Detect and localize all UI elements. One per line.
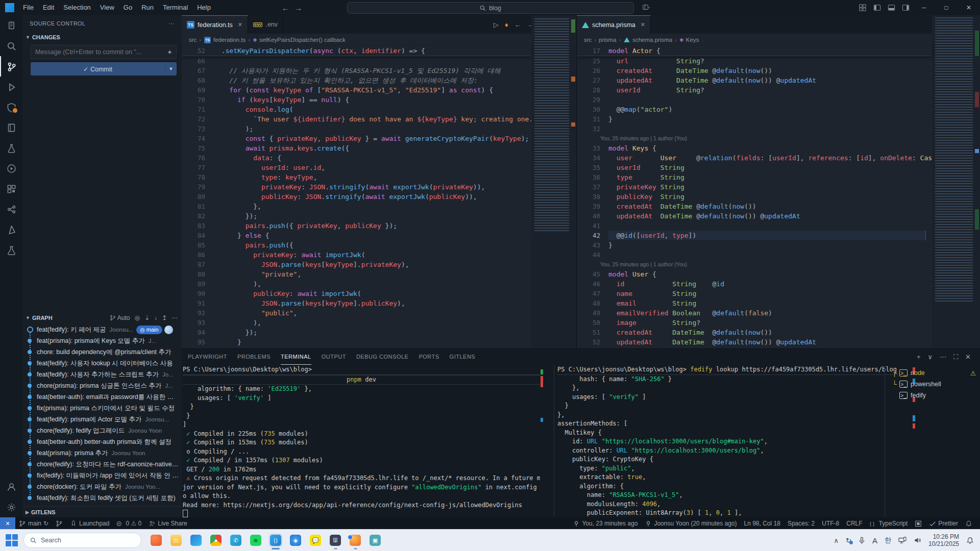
breadcrumb-item[interactable]: ❖Keys (679, 37, 699, 43)
status-joonsu-yoon-20-minutes-ago-[interactable]: Joonsu Yoon (20 minutes ago) (641, 517, 740, 530)
commit-row[interactable]: chore(docker): 도커 파일 추가Joonsu Yoo... (22, 481, 182, 492)
commit-row[interactable]: fix(prisma): prisma 스키마에서 오타 및 필드 수정 (22, 403, 182, 414)
minimize-button[interactable]: ─ (913, 0, 935, 15)
minimap[interactable] (531, 15, 576, 348)
graph-section-header[interactable]: ▼ GRAPH Auto ◎ ⇣ ↓ ↥ ⋯ (22, 312, 182, 324)
breadcrumb-item[interactable]: src (189, 37, 197, 43)
taskbar-firefox-icon[interactable] (349, 534, 362, 547)
back-icon[interactable]: ← (282, 4, 289, 12)
terminal-pane-left[interactable]: PS C:\Users\joonsu\Desktop\ws\blog>pnpm … (183, 365, 540, 517)
panel-tab-debug-console[interactable]: DEBUG CONSOLE (356, 349, 408, 364)
sync-icon[interactable]: ↻ (846, 537, 851, 544)
status-live-share[interactable]: Live Share (145, 517, 190, 530)
status-you-23-minutes-ago[interactable]: You, 23 minutes ago (569, 517, 641, 530)
toggle-secondary-sidebar-icon[interactable] (898, 0, 913, 15)
commit-row[interactable]: feat(prisma): prisma에 Keys 모델 추가J... (22, 335, 182, 346)
graph-target-icon[interactable]: ◎ (134, 314, 139, 321)
taskbar-spotify-icon[interactable]: ≋ (249, 534, 262, 547)
activity-notebook-icon[interactable] (0, 117, 22, 138)
commit-row[interactable]: chore(prisma): prisma 싱글톤 인스턴스 추가J... (22, 380, 182, 391)
panel-tab-output[interactable]: OUTPUT (322, 349, 346, 364)
menu-file[interactable]: File (18, 0, 38, 15)
tab-schema-prisma[interactable]: schema.prisma✕ (577, 15, 651, 34)
taskbar-file-explorer-icon[interactable]: 🗀 (169, 534, 183, 547)
tray-clock[interactable]: 10:26 PM 10/21/2025 (928, 533, 959, 547)
activity-search-icon[interactable] (0, 36, 22, 56)
git-codelens[interactable]: You, 25 minutes ago | 1 author (You) (577, 260, 932, 269)
status-spaces-2[interactable]: Spaces: 2 (784, 517, 818, 530)
commit-row[interactable]: fix(fedify): 미들웨어가 /app 안에 있어서 작동 안 되던 문… (22, 470, 182, 481)
menu-view[interactable]: View (95, 0, 119, 15)
breadcrumb[interactable]: src›prisma›schema.prisma›❖Keys (577, 34, 980, 46)
run-file-icon[interactable]: ▷ (494, 21, 499, 29)
status-typescript[interactable]: { }TypeScript (866, 517, 912, 530)
status-bell[interactable] (962, 517, 976, 530)
status-branch[interactable] (52, 517, 66, 530)
push-icon[interactable]: ↥ (162, 314, 167, 321)
panel-tab-playwright[interactable]: PLAYWRIGHT (188, 349, 227, 364)
sparkle-icon[interactable]: ✦ (163, 48, 176, 56)
mic-icon[interactable] (859, 537, 865, 544)
commit-row[interactable]: feat(better-auth): emaill과 password를 사용한… (22, 391, 182, 403)
panel-tab-gitlens[interactable]: GITLENS (450, 349, 476, 364)
commit-row[interactable]: chore: build dependency에 @prisma/client … (22, 346, 182, 358)
close-button[interactable]: ✕ (958, 0, 980, 15)
activity-git-graph-icon[interactable] (0, 199, 22, 219)
panel-tab-problems[interactable]: PROBLEMS (237, 349, 271, 364)
layout-dropdown-icon[interactable] (639, 0, 653, 15)
status-ln-98-col-18[interactable]: Ln 98, Col 18 (741, 517, 784, 530)
branch-badge-main[interactable]: ◎main (136, 325, 162, 334)
activity-prisma-icon[interactable] (0, 219, 22, 240)
status-box[interactable] (911, 517, 925, 530)
new-terminal-icon[interactable]: + (917, 353, 921, 361)
panel-tab-terminal[interactable]: TERMINAL (281, 349, 311, 365)
commit-row[interactable]: feat(better-auth) better-auth prisma와 함께… (22, 436, 182, 447)
code-editor-federation[interactable]: 52 .setKeyPairsDispatcher(async (ctx, id… (182, 46, 531, 348)
terminal-session-fedify[interactable]: >_fedify (885, 390, 980, 401)
menu-edit[interactable]: Edit (38, 0, 59, 15)
breadcrumb-item[interactable]: ❖setKeyPairsDispatcher() callback (253, 37, 346, 43)
tab--env[interactable]: ENV.env (248, 15, 283, 34)
taskbar-brave-icon[interactable] (150, 534, 163, 547)
commit-row[interactable]: feat(fedify): prisma에 Actor 모델 추가Joonsu.… (22, 414, 182, 425)
taskbar-chrome-icon[interactable]: ● (209, 534, 223, 547)
commit-row[interactable]: feat(prisma): prisma 추가Joonsu Yoon (22, 447, 182, 459)
breadcrumb-item[interactable]: TSfederation.ts (204, 36, 246, 44)
close-panel-icon[interactable]: ✕ (965, 353, 971, 361)
terminal-dropdown-icon[interactable]: ∨ (927, 353, 933, 361)
forward-icon[interactable]: → (295, 4, 302, 12)
graph-more-icon[interactable]: ⋯ (172, 314, 178, 321)
speaker-icon[interactable] (914, 537, 921, 544)
terminal-session-powershell[interactable]: └>_powershell (885, 379, 980, 390)
git-codelens[interactable]: You, 25 minutes ago | 1 author (You) (577, 134, 932, 143)
menu-go[interactable]: Go (119, 0, 137, 15)
menu-selection[interactable]: Selection (59, 0, 95, 15)
gitlens-section-header[interactable]: ▶ GITLENS (22, 506, 182, 517)
commit-row[interactable]: chore(fedify): 요청마다 뜨는 rdf-canonize-nati… (22, 459, 182, 470)
fetch-icon[interactable]: ⇣ (144, 314, 150, 321)
taskbar-messenger-icon[interactable]: ✆ (229, 534, 242, 547)
graph-auto-button[interactable]: Auto (110, 314, 130, 321)
taskbar-edge-icon[interactable] (189, 534, 203, 547)
panel-more-icon[interactable]: ⋯ (940, 353, 946, 361)
status-0-0[interactable]: 0 ⚠ 0 (113, 517, 145, 530)
ime-latin-icon[interactable]: A (872, 536, 877, 545)
network-icon[interactable] (898, 537, 906, 544)
breadcrumb-item[interactable]: prisma (599, 37, 617, 43)
activity-run-debug-icon[interactable] (0, 77, 22, 97)
activity-extensions-icon[interactable] (0, 179, 22, 199)
nav-back-icon[interactable]: ← (514, 21, 521, 29)
notification-bell-icon[interactable]: z (966, 537, 974, 544)
status-launchpad[interactable]: Launchpad (66, 517, 113, 530)
commit-row[interactable]: chore(fedify): fedify 업그레이드Joonsu Yoon (22, 425, 182, 436)
activity-source-control-icon[interactable] (0, 56, 22, 77)
activity-settings-icon[interactable] (0, 497, 22, 517)
taskbar-teams-icon[interactable]: ▣ (369, 534, 382, 547)
commit-row[interactable]: feat(fedify): 사용자 추가하는 스크립트 추가Jo... (22, 369, 182, 380)
tray-chevron-up-icon[interactable]: ∧ (834, 537, 839, 544)
taskbar-discord-icon[interactable]: ᗯ (329, 534, 342, 547)
breadcrumb-item[interactable]: src (584, 37, 592, 43)
flame-icon[interactable]: ♦ (505, 21, 508, 29)
panel-tab-ports[interactable]: PORTS (419, 349, 439, 364)
status-utf-8[interactable]: UTF-8 (818, 517, 843, 530)
